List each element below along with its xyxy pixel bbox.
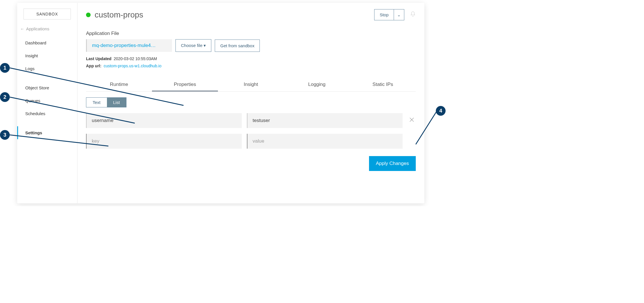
back-to-applications[interactable]: ← Applications	[17, 25, 77, 36]
callout-2: 2	[0, 92, 10, 102]
last-updated-label: Last Updated	[86, 56, 112, 61]
stop-button-group: Stop ⌄	[374, 9, 404, 20]
sidebar-item-schedules[interactable]: Schedules	[17, 107, 77, 120]
view-toggle: Text List	[86, 97, 126, 107]
settings-tabs: Runtime Properties Insight Logging Stati…	[86, 78, 416, 92]
apply-changes-button[interactable]: Apply Changes	[369, 156, 416, 171]
application-file-name[interactable]: mq-demo-properties-mule4…	[86, 39, 172, 52]
arrow-left-icon: ←	[20, 26, 24, 31]
last-updated-value: 2020-03-02 10:55:03AM	[114, 56, 157, 61]
property-value-input[interactable]	[247, 113, 403, 128]
property-row	[86, 113, 416, 128]
callout-4: 4	[436, 106, 446, 116]
sidebar-item-settings[interactable]: Settings	[17, 126, 77, 139]
status-indicator-icon	[86, 13, 91, 17]
tab-properties[interactable]: Properties	[152, 78, 218, 91]
app-panel: SANDBOX ← Applications Dashboard Insight…	[17, 3, 424, 203]
sidebar-item-logs[interactable]: Logs	[17, 62, 77, 75]
chevron-down-icon: ⌄	[397, 12, 401, 17]
sidebar: SANDBOX ← Applications Dashboard Insight…	[17, 3, 77, 203]
bell-icon[interactable]	[410, 11, 416, 18]
property-key-input[interactable]	[86, 113, 242, 128]
choose-file-button[interactable]: Choose file ▾	[175, 39, 211, 52]
choose-file-label: Choose file	[181, 43, 202, 48]
environment-selector[interactable]: SANDBOX	[24, 9, 71, 19]
delete-property-button[interactable]	[408, 117, 416, 124]
tab-runtime[interactable]: Runtime	[86, 78, 152, 91]
toggle-list[interactable]: List	[107, 98, 126, 107]
sidebar-item-object-store[interactable]: Object Store	[17, 81, 77, 94]
app-url-link[interactable]: custom-props.us-w1.cloudhub.io	[104, 64, 161, 68]
tab-static-ips[interactable]: Static IPs	[350, 78, 416, 91]
callout-1: 1	[0, 63, 10, 73]
application-file-label: Application File	[86, 31, 416, 36]
app-meta: Last Updated 2020-03-02 10:55:03AM App u…	[86, 55, 416, 70]
stop-button[interactable]: Stop	[374, 9, 394, 20]
app-url-label: App url:	[86, 64, 102, 68]
sidebar-item-insight[interactable]: Insight	[17, 49, 77, 62]
toggle-text[interactable]: Text	[86, 98, 107, 107]
app-title: custom-props	[95, 10, 143, 19]
property-row-new	[86, 134, 416, 149]
back-label: Applications	[26, 26, 49, 31]
stop-dropdown[interactable]: ⌄	[394, 9, 404, 20]
callout-3: 3	[0, 130, 10, 140]
sidebar-nav: Dashboard Insight Logs Object Store Queu…	[17, 36, 77, 139]
tab-insight[interactable]: Insight	[218, 78, 284, 91]
main-content: custom-props Stop ⌄ Application File	[77, 3, 424, 203]
caret-down-icon: ▾	[204, 43, 206, 48]
new-property-value-input[interactable]	[247, 134, 403, 149]
close-icon	[409, 117, 415, 123]
get-from-sandbox-button[interactable]: Get from sandbox	[215, 40, 260, 52]
sidebar-item-dashboard[interactable]: Dashboard	[17, 36, 77, 49]
new-property-key-input[interactable]	[86, 134, 242, 149]
sidebar-item-queues[interactable]: Queues	[17, 94, 77, 107]
tab-logging[interactable]: Logging	[284, 78, 350, 91]
